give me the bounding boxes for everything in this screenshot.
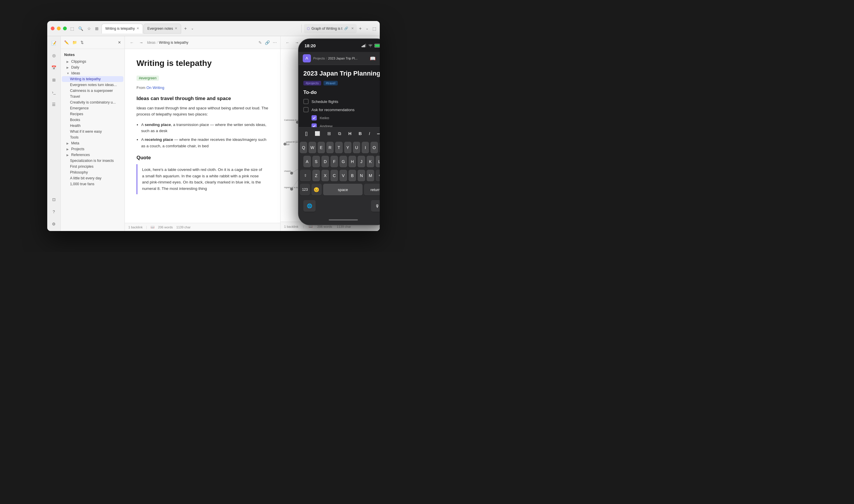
tab-evergreen-close[interactable]: ✕: [175, 26, 177, 30]
key-O[interactable]: O: [370, 142, 378, 154]
key-S[interactable]: S: [312, 156, 320, 167]
key-Z[interactable]: Z: [312, 170, 320, 181]
key-P[interactable]: P: [379, 142, 380, 154]
link-icon[interactable]: 🔗: [344, 26, 348, 30]
key-X[interactable]: X: [322, 170, 329, 181]
graph-tab[interactable]: ⬡ Graph of Writing is t 🔗 ✕: [304, 24, 357, 33]
maximize-button[interactable]: [63, 26, 67, 30]
format-h-icon[interactable]: H: [346, 130, 353, 137]
key-return[interactable]: return: [364, 184, 380, 195]
key-K[interactable]: K: [367, 156, 374, 167]
key-space[interactable]: space: [323, 184, 363, 195]
format-bracket-icon[interactable]: []: [303, 130, 309, 137]
calendar-icon[interactable]: 📅: [51, 64, 57, 71]
key-E[interactable]: E: [317, 142, 325, 154]
key-globe[interactable]: 🌐: [303, 200, 315, 212]
key-T[interactable]: T: [335, 142, 342, 154]
key-Y[interactable]: Y: [344, 142, 351, 154]
key-U[interactable]: U: [353, 142, 360, 154]
sidebar-right-icon[interactable]: ⬚: [373, 26, 376, 31]
sidebar-item-references[interactable]: ▶ References: [62, 152, 123, 158]
pages-icon[interactable]: ⊞: [51, 76, 57, 84]
close-button[interactable]: [51, 26, 55, 30]
close-sidebar-icon[interactable]: ✕: [118, 40, 121, 44]
sidebar-item-clippings[interactable]: ▶ Clippings: [62, 59, 123, 65]
camera-icon[interactable]: ⊡: [51, 196, 57, 203]
phone-tag-projects[interactable]: #projects: [303, 81, 321, 86]
sidebar-item-meta[interactable]: ▶ Meta: [62, 140, 123, 146]
key-A[interactable]: A: [303, 156, 311, 167]
key-numbers[interactable]: 123: [300, 184, 310, 195]
key-C[interactable]: C: [330, 170, 338, 181]
breadcrumb-parent[interactable]: Ideas: [147, 40, 156, 44]
sidebar-item-recipes[interactable]: Recipes: [62, 111, 123, 117]
graph-tab-close[interactable]: ✕: [351, 26, 354, 30]
key-G[interactable]: G: [340, 156, 347, 167]
star-icon[interactable]: ☆: [87, 26, 91, 31]
sidebar-item-travel[interactable]: Travel: [62, 94, 123, 100]
graph-back-button[interactable]: ←: [284, 39, 291, 46]
key-M[interactable]: M: [367, 170, 374, 181]
sidebar-item-first-principles[interactable]: First principles: [62, 164, 123, 169]
key-I[interactable]: I: [362, 142, 369, 154]
more-icon[interactable]: ⋯: [273, 40, 277, 45]
edit-icon[interactable]: ✎: [258, 40, 262, 45]
key-L[interactable]: L: [376, 156, 380, 167]
back-button[interactable]: ←: [128, 39, 135, 46]
sidebar-item-creativity[interactable]: Creativity is combinatory u...: [62, 100, 123, 105]
sidebar-toggle-icon[interactable]: ⬚: [70, 26, 74, 31]
new-note-icon[interactable]: ✏️: [64, 40, 69, 44]
sidebar-item-philosophy[interactable]: Philosophy: [62, 169, 123, 175]
phone-more-icon[interactable]: ⋮: [379, 55, 380, 61]
open-folder-icon[interactable]: 📁: [72, 40, 77, 44]
sidebar-item-tools[interactable]: Tools: [62, 134, 123, 140]
sidebar-item-evergreen[interactable]: Evergreen notes turn ideas...: [62, 82, 123, 88]
menu-icon[interactable]: ☰: [51, 101, 57, 108]
tab-add-button[interactable]: +: [182, 25, 189, 32]
phone-app-icon[interactable]: [303, 54, 311, 62]
phone-book-icon[interactable]: 📖: [370, 56, 376, 61]
format-italic-icon[interactable]: I: [367, 130, 371, 137]
sidebar-item-specialization[interactable]: Specialization is for insects: [62, 158, 123, 164]
sidebar-item-what-if[interactable]: What if it were easy: [62, 129, 123, 134]
sidebar-item-writing[interactable]: Writing is telepathy: [62, 76, 123, 82]
note-from-link[interactable]: On Writing: [146, 86, 164, 90]
sidebar-item-little-bit[interactable]: A little bit every day: [62, 175, 123, 181]
key-R[interactable]: R: [326, 142, 334, 154]
note-tag[interactable]: #evergreen: [137, 75, 159, 81]
checkbox-ask-recommendations[interactable]: [303, 107, 309, 112]
phone-tag-travel[interactable]: #travel: [324, 81, 338, 86]
sidebar-item-projects[interactable]: ▶ Projects: [62, 146, 123, 152]
format-link-icon[interactable]: ⧉: [336, 130, 343, 137]
format-strike-icon[interactable]: —: [375, 130, 380, 137]
key-B[interactable]: B: [348, 170, 356, 181]
sidebar-item-calmness[interactable]: Calmness is a superpower: [62, 88, 123, 94]
sidebar-item-daily[interactable]: ▶ Daily: [62, 65, 123, 70]
tab-evergreen[interactable]: Evergreen notes ✕: [144, 24, 181, 34]
tabs-chevron-icon[interactable]: ⌄: [364, 25, 370, 32]
search-icon[interactable]: 🔍: [78, 26, 83, 31]
layout-icon[interactable]: ⊞: [95, 26, 98, 31]
key-W[interactable]: W: [309, 142, 316, 154]
key-shift[interactable]: ⇧: [300, 170, 311, 181]
format-bold-icon[interactable]: B: [357, 130, 363, 137]
link-icon[interactable]: 🔗: [265, 40, 270, 45]
forward-button[interactable]: →: [138, 39, 145, 46]
checkbox-schedule-flights[interactable]: [303, 99, 309, 104]
tab-writing[interactable]: Writing is telepathy ✕: [102, 24, 143, 34]
sidebar-item-health[interactable]: Health: [62, 123, 123, 129]
terminal-icon[interactable]: ›_: [51, 89, 57, 96]
key-mic[interactable]: 🎙: [371, 200, 380, 212]
sidebar-item-1000-fans[interactable]: 1,000 true fans: [62, 181, 123, 187]
graph-icon[interactable]: ◎: [51, 52, 57, 59]
key-V[interactable]: V: [340, 170, 347, 181]
backlinks-count[interactable]: 1 backlink: [128, 226, 143, 229]
key-delete[interactable]: ⌫: [376, 170, 380, 181]
new-tab-button[interactable]: +: [357, 25, 364, 32]
sidebar-item-ideas[interactable]: ▼ Ideas: [62, 70, 123, 76]
sidebar-item-books[interactable]: Books: [62, 117, 123, 123]
tab-chevron-icon[interactable]: ⌄: [189, 25, 195, 32]
minimize-button[interactable]: [57, 26, 61, 30]
format-tag-icon[interactable]: ⊞: [326, 130, 333, 137]
key-N[interactable]: N: [358, 170, 365, 181]
